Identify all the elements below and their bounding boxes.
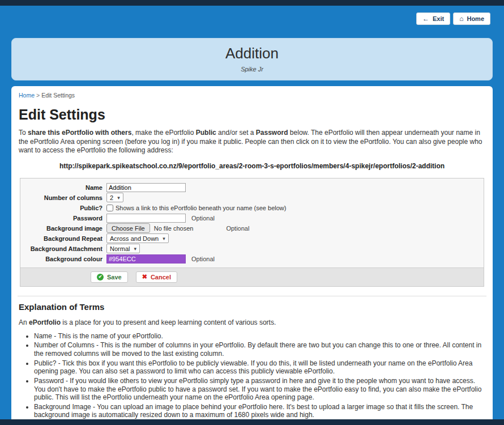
- list-item: Password - If you would like others to v…: [34, 377, 485, 402]
- terms-intro-text: An: [19, 318, 29, 326]
- term-name: Name - This is the name of your ePortfol…: [34, 332, 163, 340]
- form-actions: ✔ Save ✖ Cancel: [20, 267, 484, 286]
- exit-button[interactable]: ← Exit: [416, 12, 450, 25]
- name-input[interactable]: [106, 183, 186, 192]
- intro-text-bold: share this ePortfolio with others: [28, 129, 131, 137]
- background-colour-optional-note: Optional: [191, 256, 215, 262]
- list-item: Public? - Tick this box if you want this…: [34, 359, 485, 376]
- check-icon: ✔: [97, 274, 104, 280]
- term-public: Public? - Tick this box if you want this…: [34, 359, 472, 376]
- chevron-down-icon: ▾: [117, 195, 120, 201]
- cancel-button-label: Cancel: [151, 274, 171, 280]
- share-url: http://spikepark.spikeatschool.co.nz/9/e…: [19, 162, 485, 170]
- background-repeat-row: Background Repeat Across and Down ▾: [20, 233, 484, 244]
- breadcrumb-home-link[interactable]: Home: [19, 92, 35, 99]
- intro-text: and/or set a: [216, 129, 256, 137]
- term-background-image: Background Image - You can upload an ima…: [34, 403, 473, 419]
- password-input[interactable]: [106, 214, 186, 223]
- list-item: Background Image - You can upload an ima…: [34, 403, 485, 419]
- choose-file-button[interactable]: Choose File: [106, 223, 150, 233]
- background-image-label: Background image: [20, 225, 106, 232]
- columns-label: Number of columns: [20, 194, 106, 201]
- term-number-of-columns: Number of Columns - This is the number o…: [34, 341, 481, 358]
- breadcrumb-current: Edit Settings: [41, 92, 75, 99]
- password-label: Password: [20, 215, 106, 222]
- background-repeat-select-value: Across and Down: [110, 235, 159, 242]
- background-attachment-label: Background Attachment: [20, 245, 106, 252]
- intro-text: To: [19, 129, 28, 137]
- background-attachment-select[interactable]: Normal ▾: [106, 244, 140, 253]
- home-button[interactable]: ⌂ Home: [453, 12, 490, 25]
- eportfolio-owner: Spike Jr: [12, 66, 492, 73]
- terms-heading: Explanation of Terms: [19, 302, 485, 312]
- save-button-label: Save: [107, 274, 122, 280]
- background-colour-label: Background colour: [20, 256, 106, 262]
- columns-row: Number of columns 2 ▾: [20, 193, 484, 203]
- top-border-bar: [0, 0, 504, 6]
- terms-intro-paragraph: An ePortfolio is a place for you to pres…: [19, 318, 485, 326]
- term-password: Password - If you would like others to v…: [34, 377, 481, 401]
- password-row: Password Optional: [20, 213, 484, 223]
- password-optional-note: Optional: [191, 215, 215, 222]
- file-chosen-status: No file chosen: [154, 225, 194, 232]
- intro-text: , make the ePortfolio: [131, 129, 195, 137]
- public-label: Public?: [20, 205, 106, 211]
- terms-list: Name - This is the name of your ePortfol…: [19, 332, 485, 425]
- intro-text-bold: Public: [196, 129, 216, 137]
- breadcrumb-separator: >: [36, 92, 40, 99]
- terms-intro-bold: ePortfolio: [29, 318, 61, 326]
- columns-select[interactable]: 2 ▾: [106, 193, 123, 202]
- background-repeat-label: Background Repeat: [20, 235, 106, 242]
- background-repeat-select[interactable]: Across and Down ▾: [106, 233, 169, 243]
- page-title: Edit Settings: [19, 107, 485, 123]
- chevron-down-icon: ▾: [134, 246, 136, 252]
- bottom-border-bar: [0, 419, 504, 425]
- exit-button-label: Exit: [433, 15, 444, 22]
- background-attachment-select-value: Normal: [110, 245, 130, 252]
- intro-text-bold: Password: [256, 129, 288, 137]
- intro-paragraph: To share this ePortfolio with others, ma…: [19, 129, 485, 155]
- background-attachment-row: Background Attachment Normal ▾: [20, 244, 484, 254]
- home-button-label: Home: [467, 15, 484, 22]
- list-item: Number of Columns - This is the number o…: [34, 341, 485, 358]
- background-image-row: Background image Choose File No file cho…: [20, 223, 484, 233]
- exit-arrow-icon: ←: [422, 15, 429, 22]
- eportfolio-header-card: Addition Spike Jr: [11, 38, 493, 80]
- nav-buttons: ← Exit ⌂ Home: [416, 12, 490, 25]
- name-row: Name: [20, 182, 484, 193]
- section-divider: [18, 296, 486, 296]
- breadcrumb: Home>Edit Settings: [19, 92, 485, 99]
- chevron-down-icon: ▾: [163, 236, 165, 241]
- public-row: Public? Shows a link to this ePortfolio …: [20, 203, 484, 213]
- cancel-button[interactable]: ✖ Cancel: [136, 271, 177, 283]
- save-button[interactable]: ✔ Save: [91, 271, 128, 283]
- list-item: Name - This is the name of your ePortfol…: [34, 332, 485, 341]
- public-note: Shows a link to this ePortfolio beneath …: [116, 205, 286, 211]
- background-colour-row: Background colour Optional: [20, 254, 484, 264]
- columns-select-value: 2: [110, 194, 113, 201]
- terms-intro-text: is a place for you to present and keep l…: [61, 318, 276, 326]
- home-icon: ⌂: [459, 15, 463, 22]
- name-label: Name: [20, 184, 106, 191]
- settings-form: Name Number of columns 2 ▾ Public? Shows…: [20, 178, 484, 287]
- close-icon: ✖: [142, 274, 147, 280]
- eportfolio-title: Addition: [12, 45, 492, 62]
- main-content-card: Home>Edit Settings Edit Settings To shar…: [11, 86, 493, 425]
- public-checkbox[interactable]: [106, 205, 113, 211]
- background-image-optional-note: Optional: [226, 225, 249, 232]
- background-colour-input[interactable]: [106, 254, 186, 264]
